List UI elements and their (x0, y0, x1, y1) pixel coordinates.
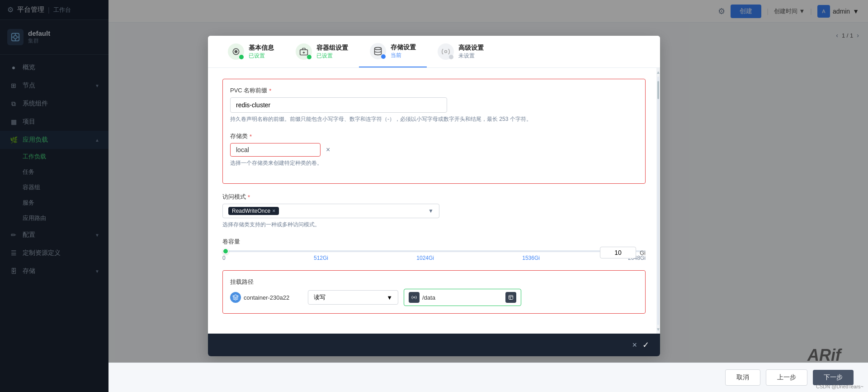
modal-scrollbar[interactable]: ▲ ▼ (656, 68, 660, 334)
svg-point-12 (445, 51, 447, 53)
step-advanced-dot (449, 55, 453, 59)
storage-class-input[interactable]: local (230, 143, 321, 157)
access-mode-remove-btn[interactable]: × (272, 208, 275, 214)
volume-unit: Gi (640, 249, 646, 256)
pvc-input[interactable] (230, 97, 447, 113)
slider-thumb[interactable] (222, 248, 229, 254)
scroll-up-arrow[interactable]: ▲ (656, 70, 660, 75)
step-container[interactable]: 容器组设置 已设置 (285, 36, 359, 67)
access-mode-tag: ReadWriteOnce × (228, 207, 279, 215)
access-mode-label: 访问模式 * (222, 193, 646, 201)
step-advanced-icon (438, 43, 454, 60)
step-basic-text: 基本信息 已设置 (249, 44, 274, 60)
arif-area: ARif (807, 346, 841, 365)
volume-section: 卷容量 0 512Gi 1024Gi 1536Gi 2048Gi (222, 238, 646, 261)
container-chip: container-230a22 (230, 292, 302, 303)
bottom-action-bar: 取消 上一步 下一步 (108, 363, 868, 392)
step-advanced[interactable]: 高级设置 未设置 (427, 36, 495, 67)
step-container-icon (296, 43, 312, 60)
access-mode-section: 访问模式 * ReadWriteOnce × ▼ 选择存储类支持的一种或多种访问… (222, 193, 646, 229)
storage-class-section: 存储类 * local × 选择一个存储类来创建特定种类的卷。 (230, 132, 638, 167)
step-storage[interactable]: 存储设置 当前 (359, 36, 427, 67)
footer-close-btn[interactable]: × (632, 340, 637, 350)
scroll-down-arrow[interactable]: ▼ (656, 327, 660, 332)
step-container-dot (307, 55, 311, 59)
svg-point-11 (375, 48, 382, 50)
path-gear-icon (409, 292, 420, 303)
storage-class-row: local × (230, 143, 638, 157)
step-storage-sub: 当前 (391, 52, 416, 59)
mount-row: container-230a22 读写 ▼ (230, 289, 638, 306)
volume-input-row: Gi (600, 247, 646, 258)
slider-track (222, 250, 646, 252)
modal-overlay: 基本信息 已设置 容器组设置 已设置 (0, 0, 868, 392)
access-mode-hint: 选择存储类支持的一种或多种访问模式。 (222, 221, 646, 229)
pvc-hint: 持久卷声明名称的前缀。前缀只能包含小写字母、数字和连字符（-），必须以小写字母或… (230, 115, 638, 123)
step-basic-title: 基本信息 (249, 44, 274, 52)
mount-section: 挂载路径 container-230a22 (222, 270, 646, 314)
svg-point-13 (414, 297, 415, 298)
path-input[interactable] (422, 294, 503, 301)
storage-class-hint: 选择一个存储类来创建特定种类的卷。 (230, 159, 638, 167)
chevron-down-icon: ▼ (387, 294, 392, 301)
pvc-label: PVC 名称前缀 * (230, 86, 638, 95)
svg-rect-14 (509, 296, 513, 300)
modal-body: PVC 名称前缀 * 持久卷声明名称的前缀。前缀只能包含小写字母、数字和连字符（… (208, 68, 660, 334)
step-basic-sub: 已设置 (249, 52, 274, 60)
scroll-track (657, 76, 659, 325)
pvc-form-section: PVC 名称前缀 * 持久卷声明名称的前缀。前缀只能包含小写字母、数字和连字符（… (230, 86, 638, 123)
volume-slider[interactable]: 0 512Gi 1024Gi 1536Gi 2048Gi (222, 250, 646, 261)
footer-confirm-btn[interactable]: ✓ (642, 340, 649, 350)
steps-header: 基本信息 已设置 容器组设置 已设置 (208, 36, 660, 68)
step-container-sub: 已设置 (316, 52, 348, 60)
volume-input[interactable] (600, 247, 636, 258)
storage-class-clear-btn[interactable]: × (326, 146, 330, 154)
pvc-section: PVC 名称前缀 * 持久卷声明名称的前缀。前缀只能包含小写字母、数字和连字符（… (222, 79, 646, 184)
svg-point-7 (235, 51, 237, 53)
container-name: container-230a22 (244, 294, 289, 301)
step-container-text: 容器组设置 已设置 (316, 44, 348, 60)
step-storage-title: 存储设置 (391, 43, 416, 52)
rw-select[interactable]: 读写 ▼ (308, 290, 398, 305)
modal-dialog: 基本信息 已设置 容器组设置 已设置 (208, 36, 660, 356)
path-action-icon[interactable] (505, 292, 516, 303)
step-advanced-text: 高级设置 未设置 (458, 44, 484, 60)
step-basic-dot (239, 55, 244, 59)
chevron-down-icon: ▼ (428, 208, 434, 214)
modal-footer: × ✓ (208, 334, 660, 356)
prev-button[interactable]: 上一步 (766, 369, 807, 386)
mount-label: 挂载路径 (230, 278, 638, 286)
slider-labels: 0 512Gi 1024Gi 1536Gi 2048Gi (222, 255, 646, 261)
next-button[interactable]: 下一步 (813, 370, 854, 385)
path-input-wrap (404, 289, 521, 306)
access-mode-select[interactable]: ReadWriteOnce × ▼ (222, 204, 439, 218)
cancel-button[interactable]: 取消 (725, 369, 760, 386)
container-icon (230, 292, 241, 303)
step-advanced-sub: 未设置 (458, 52, 484, 60)
scroll-thumb (657, 81, 659, 99)
rw-value: 读写 (314, 293, 326, 301)
storage-class-label: 存储类 * (230, 132, 638, 140)
watermark: CSDN @DriedTears~ (816, 384, 863, 389)
step-storage-dot (381, 54, 386, 59)
volume-label: 卷容量 (222, 238, 646, 246)
step-basic[interactable]: 基本信息 已设置 (217, 36, 285, 67)
step-storage-icon (370, 43, 386, 59)
step-advanced-title: 高级设置 (458, 44, 484, 52)
step-storage-text: 存储设置 当前 (391, 43, 416, 59)
step-container-title: 容器组设置 (316, 44, 348, 52)
step-basic-icon (228, 43, 244, 60)
arif-text: ARif (807, 346, 841, 364)
